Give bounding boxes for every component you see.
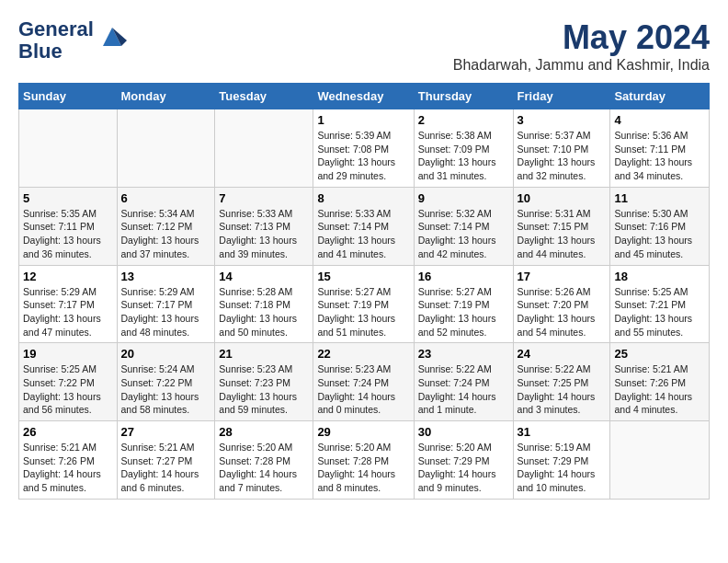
col-tuesday: Tuesday — [215, 84, 313, 109]
calendar-cell — [215, 109, 313, 188]
day-number: 20 — [121, 347, 211, 361]
day-number: 2 — [418, 113, 509, 127]
calendar-cell: 5 Sunrise: 5:35 AMSunset: 7:11 PMDayligh… — [19, 187, 118, 265]
calendar-cell — [19, 109, 118, 188]
day-number: 6 — [121, 191, 211, 205]
calendar-cell: 17 Sunrise: 5:26 AMSunset: 7:20 PMDaylig… — [513, 265, 610, 343]
day-info: Sunrise: 5:29 AMSunset: 7:17 PMDaylight:… — [23, 285, 113, 339]
day-number: 4 — [614, 113, 705, 127]
day-number: 29 — [317, 425, 409, 439]
calendar-cell: 18 Sunrise: 5:25 AMSunset: 7:21 PMDaylig… — [610, 265, 710, 343]
calendar-cell: 30 Sunrise: 5:20 AMSunset: 7:29 PMDaylig… — [414, 421, 513, 500]
day-number: 26 — [23, 425, 113, 439]
day-info: Sunrise: 5:21 AMSunset: 7:26 PMDaylight:… — [23, 441, 113, 495]
day-number: 9 — [418, 191, 509, 205]
day-info: Sunrise: 5:19 AMSunset: 7:29 PMDaylight:… — [518, 441, 607, 495]
day-info: Sunrise: 5:27 AMSunset: 7:19 PMDaylight:… — [317, 285, 409, 339]
calendar-week-3: 12 Sunrise: 5:29 AMSunset: 7:17 PMDaylig… — [19, 265, 710, 343]
day-info: Sunrise: 5:20 AMSunset: 7:28 PMDaylight:… — [317, 441, 409, 495]
day-info: Sunrise: 5:39 AMSunset: 7:08 PMDaylight:… — [317, 129, 409, 183]
day-number: 27 — [121, 425, 211, 439]
day-number: 1 — [317, 113, 409, 127]
day-number: 3 — [518, 113, 607, 127]
day-info: Sunrise: 5:34 AMSunset: 7:12 PMDaylight:… — [121, 207, 211, 261]
calendar-cell: 4 Sunrise: 5:36 AMSunset: 7:11 PMDayligh… — [610, 109, 710, 188]
day-info: Sunrise: 5:26 AMSunset: 7:20 PMDaylight:… — [518, 285, 607, 339]
day-info: Sunrise: 5:29 AMSunset: 7:17 PMDaylight:… — [121, 285, 211, 339]
day-info: Sunrise: 5:22 AMSunset: 7:24 PMDaylight:… — [418, 362, 509, 417]
calendar-cell: 25 Sunrise: 5:21 AMSunset: 7:26 PMDaylig… — [610, 343, 710, 421]
calendar-cell: 23 Sunrise: 5:22 AMSunset: 7:24 PMDaylig… — [414, 343, 513, 421]
day-info: Sunrise: 5:21 AMSunset: 7:27 PMDaylight:… — [121, 441, 211, 495]
logo-text: GeneralBlue — [18, 18, 94, 63]
day-info: Sunrise: 5:23 AMSunset: 7:23 PMDaylight:… — [219, 362, 309, 417]
day-number: 25 — [614, 347, 705, 361]
logo: GeneralBlue — [18, 18, 127, 63]
day-number: 22 — [317, 347, 409, 361]
calendar-week-4: 19 Sunrise: 5:25 AMSunset: 7:22 PMDaylig… — [19, 343, 710, 421]
calendar-cell: 28 Sunrise: 5:20 AMSunset: 7:28 PMDaylig… — [215, 421, 313, 500]
calendar-cell: 16 Sunrise: 5:27 AMSunset: 7:19 PMDaylig… — [414, 265, 513, 343]
day-number: 31 — [518, 425, 607, 439]
day-number: 13 — [121, 270, 211, 283]
col-monday: Monday — [117, 84, 215, 109]
day-info: Sunrise: 5:33 AMSunset: 7:14 PMDaylight:… — [317, 207, 409, 261]
day-info: Sunrise: 5:25 AMSunset: 7:22 PMDaylight:… — [23, 362, 113, 417]
day-info: Sunrise: 5:27 AMSunset: 7:19 PMDaylight:… — [418, 285, 509, 339]
day-number: 11 — [614, 191, 705, 205]
day-info: Sunrise: 5:35 AMSunset: 7:11 PMDaylight:… — [23, 207, 113, 261]
header-row: Sunday Monday Tuesday Wednesday Thursday… — [19, 84, 710, 109]
day-number: 23 — [418, 347, 509, 361]
calendar-cell: 8 Sunrise: 5:33 AMSunset: 7:14 PMDayligh… — [313, 187, 414, 265]
day-number: 30 — [418, 425, 509, 439]
day-number: 24 — [518, 347, 607, 361]
calendar-cell: 10 Sunrise: 5:31 AMSunset: 7:15 PMDaylig… — [513, 187, 610, 265]
calendar-cell: 13 Sunrise: 5:29 AMSunset: 7:17 PMDaylig… — [117, 265, 215, 343]
calendar-cell: 3 Sunrise: 5:37 AMSunset: 7:10 PMDayligh… — [513, 109, 610, 188]
calendar-cell: 2 Sunrise: 5:38 AMSunset: 7:09 PMDayligh… — [414, 109, 513, 188]
day-info: Sunrise: 5:23 AMSunset: 7:24 PMDaylight:… — [317, 362, 409, 417]
title-block: May 2024 Bhadarwah, Jammu and Kashmir, I… — [453, 18, 710, 74]
month-title: May 2024 — [453, 18, 710, 57]
calendar-cell: 24 Sunrise: 5:22 AMSunset: 7:25 PMDaylig… — [513, 343, 610, 421]
calendar-cell: 1 Sunrise: 5:39 AMSunset: 7:08 PMDayligh… — [313, 109, 414, 188]
day-info: Sunrise: 5:20 AMSunset: 7:28 PMDaylight:… — [219, 441, 309, 495]
calendar-cell: 21 Sunrise: 5:23 AMSunset: 7:23 PMDaylig… — [215, 343, 313, 421]
day-number: 17 — [518, 270, 607, 283]
logo-icon — [97, 22, 127, 52]
day-info: Sunrise: 5:30 AMSunset: 7:16 PMDaylight:… — [614, 207, 705, 261]
col-wednesday: Wednesday — [313, 84, 414, 109]
col-saturday: Saturday — [610, 84, 710, 109]
day-info: Sunrise: 5:24 AMSunset: 7:22 PMDaylight:… — [121, 362, 211, 417]
day-info: Sunrise: 5:38 AMSunset: 7:09 PMDaylight:… — [418, 129, 509, 183]
calendar-cell: 29 Sunrise: 5:20 AMSunset: 7:28 PMDaylig… — [313, 421, 414, 500]
calendar-cell: 27 Sunrise: 5:21 AMSunset: 7:27 PMDaylig… — [117, 421, 215, 500]
calendar-cell: 26 Sunrise: 5:21 AMSunset: 7:26 PMDaylig… — [19, 421, 118, 500]
day-info: Sunrise: 5:32 AMSunset: 7:14 PMDaylight:… — [418, 207, 509, 261]
calendar-cell: 9 Sunrise: 5:32 AMSunset: 7:14 PMDayligh… — [414, 187, 513, 265]
col-thursday: Thursday — [414, 84, 513, 109]
page-header: GeneralBlue May 2024 Bhadarwah, Jammu an… — [18, 18, 710, 74]
calendar-cell: 15 Sunrise: 5:27 AMSunset: 7:19 PMDaylig… — [313, 265, 414, 343]
day-info: Sunrise: 5:33 AMSunset: 7:13 PMDaylight:… — [219, 207, 309, 261]
day-number: 12 — [23, 270, 113, 283]
day-number: 7 — [219, 191, 309, 205]
col-sunday: Sunday — [19, 84, 118, 109]
day-number: 16 — [418, 270, 509, 283]
calendar-cell: 12 Sunrise: 5:29 AMSunset: 7:17 PMDaylig… — [19, 265, 118, 343]
day-info: Sunrise: 5:28 AMSunset: 7:18 PMDaylight:… — [219, 285, 309, 339]
calendar-table: Sunday Monday Tuesday Wednesday Thursday… — [18, 83, 710, 500]
calendar-cell — [610, 421, 710, 500]
day-info: Sunrise: 5:36 AMSunset: 7:11 PMDaylight:… — [614, 129, 705, 183]
day-number: 19 — [23, 347, 113, 361]
col-friday: Friday — [513, 84, 610, 109]
day-info: Sunrise: 5:31 AMSunset: 7:15 PMDaylight:… — [518, 207, 607, 261]
calendar-cell: 19 Sunrise: 5:25 AMSunset: 7:22 PMDaylig… — [19, 343, 118, 421]
day-number: 10 — [518, 191, 607, 205]
day-number: 28 — [219, 425, 309, 439]
day-info: Sunrise: 5:22 AMSunset: 7:25 PMDaylight:… — [518, 362, 607, 417]
day-number: 21 — [219, 347, 309, 361]
day-number: 5 — [23, 191, 113, 205]
day-info: Sunrise: 5:21 AMSunset: 7:26 PMDaylight:… — [614, 362, 705, 417]
calendar-cell: 7 Sunrise: 5:33 AMSunset: 7:13 PMDayligh… — [215, 187, 313, 265]
